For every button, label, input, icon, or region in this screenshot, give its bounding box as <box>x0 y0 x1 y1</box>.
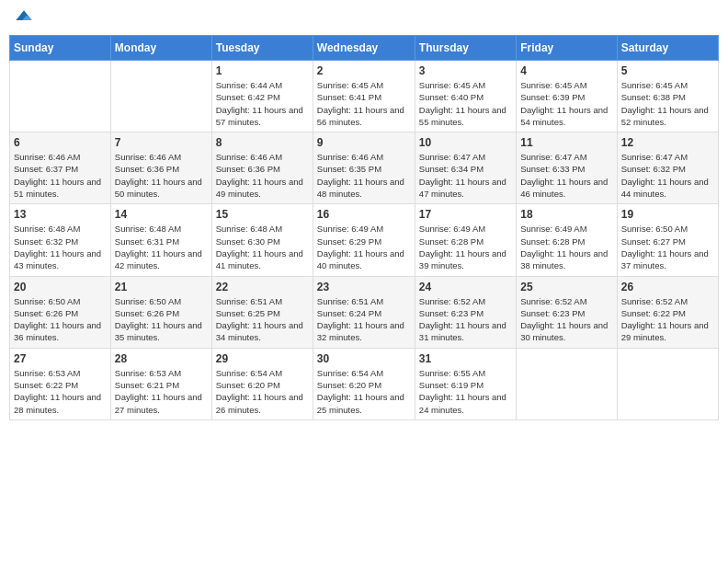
calendar-table: SundayMondayTuesdayWednesdayThursdayFrid… <box>9 35 719 420</box>
calendar-day-cell: 6Sunrise: 6:46 AM Sunset: 6:37 PM Daylig… <box>10 132 111 204</box>
calendar-day-cell <box>10 61 111 132</box>
day-number: 4 <box>520 64 612 77</box>
calendar-day-cell: 31Sunrise: 6:55 AM Sunset: 6:19 PM Dayli… <box>415 348 516 419</box>
day-number: 1 <box>216 64 309 77</box>
calendar-day-cell: 9Sunrise: 6:46 AM Sunset: 6:35 PM Daylig… <box>313 132 415 204</box>
day-of-week-header: Thursday <box>415 36 516 61</box>
day-content: Sunrise: 6:48 AM Sunset: 6:31 PM Dayligh… <box>115 223 208 271</box>
calendar-day-cell: 2Sunrise: 6:45 AM Sunset: 6:41 PM Daylig… <box>313 61 415 132</box>
day-of-week-header: Sunday <box>10 36 111 61</box>
day-of-week-header: Saturday <box>617 36 718 61</box>
calendar-week-row: 1Sunrise: 6:44 AM Sunset: 6:42 PM Daylig… <box>10 61 719 132</box>
calendar-week-row: 27Sunrise: 6:53 AM Sunset: 6:22 PM Dayli… <box>10 348 719 419</box>
calendar-day-cell: 8Sunrise: 6:46 AM Sunset: 6:36 PM Daylig… <box>211 132 313 204</box>
day-number: 24 <box>419 281 512 293</box>
day-content: Sunrise: 6:45 AM Sunset: 6:38 PM Dayligh… <box>621 79 714 128</box>
calendar-day-cell: 14Sunrise: 6:48 AM Sunset: 6:31 PM Dayli… <box>110 204 211 276</box>
day-number: 25 <box>520 281 612 293</box>
calendar-day-cell: 27Sunrise: 6:53 AM Sunset: 6:22 PM Dayli… <box>10 348 111 419</box>
day-content: Sunrise: 6:45 AM Sunset: 6:40 PM Dayligh… <box>419 79 512 128</box>
calendar-day-cell <box>110 61 211 132</box>
calendar-week-row: 6Sunrise: 6:46 AM Sunset: 6:37 PM Daylig… <box>10 132 719 204</box>
day-number: 31 <box>419 352 512 365</box>
day-number: 8 <box>216 136 309 149</box>
day-number: 9 <box>317 136 411 149</box>
day-of-week-header: Wednesday <box>313 36 415 61</box>
day-content: Sunrise: 6:46 AM Sunset: 6:36 PM Dayligh… <box>115 151 208 200</box>
day-content: Sunrise: 6:48 AM Sunset: 6:30 PM Dayligh… <box>216 223 309 271</box>
day-content: Sunrise: 6:51 AM Sunset: 6:25 PM Dayligh… <box>216 295 309 344</box>
day-content: Sunrise: 6:55 AM Sunset: 6:19 PM Dayligh… <box>419 367 512 416</box>
calendar-day-cell: 19Sunrise: 6:50 AM Sunset: 6:27 PM Dayli… <box>617 204 718 276</box>
day-number: 26 <box>621 281 714 293</box>
calendar-day-cell: 11Sunrise: 6:47 AM Sunset: 6:33 PM Dayli… <box>517 132 617 204</box>
day-content: Sunrise: 6:53 AM Sunset: 6:21 PM Dayligh… <box>115 367 208 416</box>
day-content: Sunrise: 6:46 AM Sunset: 6:36 PM Dayligh… <box>216 151 309 200</box>
day-number: 18 <box>520 208 612 221</box>
day-number: 16 <box>317 208 411 221</box>
day-number: 11 <box>520 136 612 149</box>
logo-icon <box>15 9 33 28</box>
day-content: Sunrise: 6:54 AM Sunset: 6:20 PM Dayligh… <box>317 367 411 416</box>
calendar-day-cell: 20Sunrise: 6:50 AM Sunset: 6:26 PM Dayli… <box>10 276 111 348</box>
day-content: Sunrise: 6:45 AM Sunset: 6:39 PM Dayligh… <box>520 79 612 128</box>
day-content: Sunrise: 6:48 AM Sunset: 6:32 PM Dayligh… <box>14 223 107 271</box>
calendar-header-row: SundayMondayTuesdayWednesdayThursdayFrid… <box>10 36 719 61</box>
calendar-day-cell: 7Sunrise: 6:46 AM Sunset: 6:36 PM Daylig… <box>110 132 211 204</box>
calendar-day-cell <box>617 348 718 419</box>
day-content: Sunrise: 6:49 AM Sunset: 6:28 PM Dayligh… <box>419 223 512 271</box>
day-number: 23 <box>317 281 411 293</box>
calendar-day-cell: 4Sunrise: 6:45 AM Sunset: 6:39 PM Daylig… <box>517 61 617 132</box>
day-number: 27 <box>14 352 107 365</box>
calendar-day-cell: 22Sunrise: 6:51 AM Sunset: 6:25 PM Dayli… <box>211 276 313 348</box>
day-number: 28 <box>115 352 208 365</box>
calendar-day-cell: 24Sunrise: 6:52 AM Sunset: 6:23 PM Dayli… <box>415 276 516 348</box>
day-number: 5 <box>621 64 714 77</box>
day-of-week-header: Monday <box>110 36 211 61</box>
calendar-day-cell: 26Sunrise: 6:52 AM Sunset: 6:22 PM Dayli… <box>617 276 718 348</box>
day-content: Sunrise: 6:52 AM Sunset: 6:22 PM Dayligh… <box>621 295 714 344</box>
day-content: Sunrise: 6:44 AM Sunset: 6:42 PM Dayligh… <box>216 79 309 128</box>
day-number: 20 <box>14 281 107 293</box>
day-content: Sunrise: 6:47 AM Sunset: 6:34 PM Dayligh… <box>419 151 512 200</box>
day-content: Sunrise: 6:45 AM Sunset: 6:41 PM Dayligh… <box>317 79 411 128</box>
calendar-day-cell: 28Sunrise: 6:53 AM Sunset: 6:21 PM Dayli… <box>110 348 211 419</box>
day-content: Sunrise: 6:50 AM Sunset: 6:26 PM Dayligh… <box>14 295 107 344</box>
day-number: 14 <box>115 208 208 221</box>
calendar-week-row: 20Sunrise: 6:50 AM Sunset: 6:26 PM Dayli… <box>10 276 719 348</box>
day-content: Sunrise: 6:50 AM Sunset: 6:27 PM Dayligh… <box>621 223 714 271</box>
calendar-day-cell: 1Sunrise: 6:44 AM Sunset: 6:42 PM Daylig… <box>211 61 313 132</box>
day-content: Sunrise: 6:46 AM Sunset: 6:37 PM Dayligh… <box>14 151 107 200</box>
calendar-day-cell: 25Sunrise: 6:52 AM Sunset: 6:23 PM Dayli… <box>517 276 617 348</box>
day-number: 6 <box>14 136 107 149</box>
calendar-day-cell: 21Sunrise: 6:50 AM Sunset: 6:26 PM Dayli… <box>110 276 211 348</box>
day-content: Sunrise: 6:51 AM Sunset: 6:24 PM Dayligh… <box>317 295 411 344</box>
day-number: 13 <box>14 208 107 221</box>
day-content: Sunrise: 6:49 AM Sunset: 6:28 PM Dayligh… <box>520 223 612 271</box>
calendar-day-cell: 17Sunrise: 6:49 AM Sunset: 6:28 PM Dayli… <box>415 204 516 276</box>
day-number: 12 <box>621 136 714 149</box>
calendar-day-cell: 10Sunrise: 6:47 AM Sunset: 6:34 PM Dayli… <box>415 132 516 204</box>
day-content: Sunrise: 6:46 AM Sunset: 6:35 PM Dayligh… <box>317 151 411 200</box>
day-number: 19 <box>621 208 714 221</box>
calendar-day-cell <box>517 348 617 419</box>
day-of-week-header: Friday <box>517 36 617 61</box>
day-number: 15 <box>216 208 309 221</box>
day-number: 10 <box>419 136 512 149</box>
day-number: 22 <box>216 281 309 293</box>
day-number: 7 <box>115 136 208 149</box>
day-content: Sunrise: 6:52 AM Sunset: 6:23 PM Dayligh… <box>520 295 612 344</box>
day-number: 21 <box>115 281 208 293</box>
calendar-day-cell: 23Sunrise: 6:51 AM Sunset: 6:24 PM Dayli… <box>313 276 415 348</box>
day-content: Sunrise: 6:50 AM Sunset: 6:26 PM Dayligh… <box>115 295 208 344</box>
day-content: Sunrise: 6:54 AM Sunset: 6:20 PM Dayligh… <box>216 367 309 416</box>
day-content: Sunrise: 6:53 AM Sunset: 6:22 PM Dayligh… <box>14 367 107 416</box>
day-number: 30 <box>317 352 411 365</box>
day-number: 3 <box>419 64 512 77</box>
calendar-week-row: 13Sunrise: 6:48 AM Sunset: 6:32 PM Dayli… <box>10 204 719 276</box>
calendar-day-cell: 3Sunrise: 6:45 AM Sunset: 6:40 PM Daylig… <box>415 61 516 132</box>
day-number: 29 <box>216 352 309 365</box>
calendar-day-cell: 15Sunrise: 6:48 AM Sunset: 6:30 PM Dayli… <box>211 204 313 276</box>
calendar-day-cell: 16Sunrise: 6:49 AM Sunset: 6:29 PM Dayli… <box>313 204 415 276</box>
page-header <box>9 9 719 28</box>
